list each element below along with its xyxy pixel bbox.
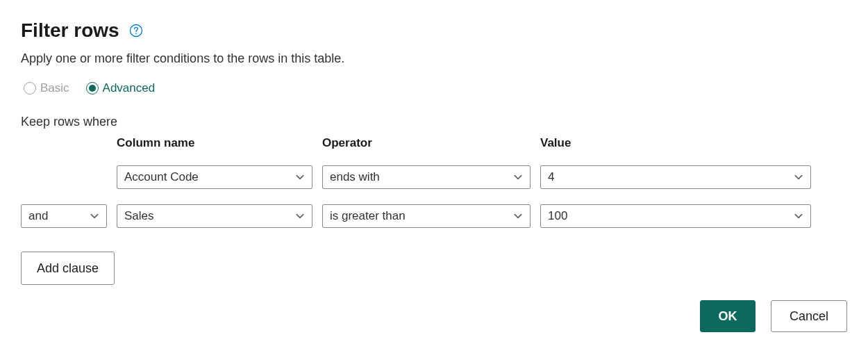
dialog-footer: OK Cancel: [700, 300, 847, 332]
value-dropdown-value: 4: [548, 170, 554, 184]
operator-dropdown-value: ends with: [330, 170, 380, 184]
radio-circle-icon: [24, 82, 36, 95]
column-dropdown[interactable]: Sales: [117, 204, 312, 228]
column-dropdown-value: Account Code: [124, 170, 199, 184]
column-dropdown-value: Sales: [124, 209, 154, 223]
operator-dropdown-value: is greater than: [330, 209, 406, 223]
chevron-down-icon: [794, 172, 803, 182]
value-dropdown[interactable]: 100: [540, 204, 811, 228]
radio-basic: Basic: [24, 81, 69, 95]
help-icon[interactable]: [129, 24, 143, 38]
dialog-title: Filter rows: [21, 19, 119, 42]
chevron-down-icon: [295, 211, 305, 221]
radio-dot-icon: [89, 85, 96, 92]
radio-circle-icon: [86, 82, 99, 95]
radio-basic-label: Basic: [40, 81, 69, 95]
add-clause-button[interactable]: Add clause: [21, 252, 115, 285]
chevron-down-icon: [90, 211, 99, 221]
operator-dropdown[interactable]: ends with: [322, 165, 531, 189]
radio-advanced[interactable]: Advanced: [86, 81, 156, 95]
mode-radio-group: Basic Advanced: [24, 81, 847, 95]
radio-advanced-label: Advanced: [103, 81, 156, 95]
conjunction-dropdown-value: and: [28, 209, 48, 223]
value-header: Value: [540, 136, 811, 150]
chevron-down-icon: [794, 211, 803, 221]
svg-point-1: [135, 33, 137, 35]
clauses-grid: Column name Operator Value Account Code …: [21, 136, 847, 228]
value-dropdown-value: 100: [548, 209, 567, 223]
column-name-header: Column name: [117, 136, 312, 150]
conjunction-dropdown[interactable]: and: [21, 204, 107, 228]
chevron-down-icon: [295, 172, 305, 182]
chevron-down-icon: [513, 172, 523, 182]
cancel-button[interactable]: Cancel: [771, 300, 847, 332]
dialog-subtitle: Apply one or more filter conditions to t…: [21, 51, 847, 66]
keep-rows-label: Keep rows where: [21, 115, 847, 129]
value-dropdown[interactable]: 4: [540, 165, 811, 189]
operator-dropdown[interactable]: is greater than: [322, 204, 531, 228]
chevron-down-icon: [513, 211, 523, 221]
column-dropdown[interactable]: Account Code: [117, 165, 312, 189]
ok-button[interactable]: OK: [700, 300, 756, 332]
operator-header: Operator: [322, 136, 531, 150]
